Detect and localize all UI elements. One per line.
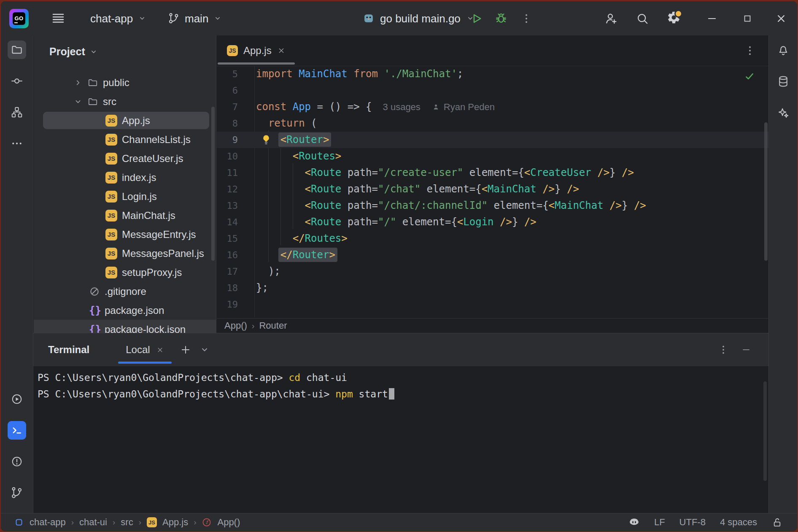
code-line-6[interactable]: 6 [217, 82, 770, 99]
editor-tab-bar: JS App.js [217, 35, 770, 66]
tree-item-MessageEntry.js[interactable]: JSMessageEntry.js [34, 225, 216, 244]
status-crumb-chat-app[interactable]: chat-app [30, 517, 66, 528]
code-line-9[interactable]: 9 <Router> [217, 132, 770, 148]
terminal-options-button[interactable] [718, 344, 729, 355]
new-terminal-button[interactable] [178, 342, 194, 358]
tree-item-Login.js[interactable]: JSLogin.js [34, 187, 216, 206]
status-widget-4 spaces[interactable]: 4 spaces [720, 517, 757, 528]
status-crumb-App()[interactable]: App() [217, 517, 240, 528]
lockopen-icon[interactable] [771, 517, 783, 528]
intention-bulb-icon[interactable] [260, 134, 272, 146]
editor-options-button[interactable] [741, 42, 758, 59]
breadcrumb-Router[interactable]: Router [259, 320, 287, 331]
terminal-tab-local[interactable]: Local [117, 333, 172, 366]
terminal-hide-button[interactable] [741, 344, 752, 355]
tool-button-notifications[interactable] [774, 41, 792, 59]
status-crumb-chat-ui[interactable]: chat-ui [79, 517, 107, 528]
code-line-16[interactable]: 16 </Router> [217, 247, 770, 263]
main-menu-button[interactable] [49, 9, 67, 28]
status-widget-LF[interactable]: LF [654, 517, 665, 528]
status-crumb-src[interactable]: src [121, 517, 133, 528]
code-line-13[interactable]: 13 <Route path="/chat/:channelId" elemen… [217, 197, 770, 214]
terminal-type-dropdown[interactable] [200, 345, 210, 355]
window-maximize-button[interactable] [738, 9, 757, 28]
tool-button-version-control[interactable] [8, 483, 26, 502]
project-panel-header[interactable]: Project [34, 35, 216, 58]
tree-item-label: MainChat.js [122, 210, 175, 221]
run-play-icon [470, 12, 483, 25]
run-button[interactable] [467, 9, 486, 28]
code-line-17[interactable]: 17 ); [217, 263, 770, 280]
terminal-cursor [389, 388, 394, 400]
code-line-12[interactable]: 12 <Route path="/chat" element={<MainCha… [217, 181, 770, 197]
usages-inlay[interactable]: 3 usages [383, 99, 421, 115]
chevron-down-icon[interactable] [73, 97, 83, 106]
editor-area[interactable]: JS App.js 5import MainChat from './MainC… [217, 35, 770, 333]
tree-item-src[interactable]: src [34, 92, 216, 111]
code-line-8[interactable]: 8 return ( [217, 115, 770, 132]
status-widget-UTF-8[interactable]: UTF-8 [679, 517, 706, 528]
search-everywhere-button[interactable] [633, 9, 652, 28]
tree-item-MessagesPanel.js[interactable]: JSMessagesPanel.js [34, 244, 216, 263]
tree-item-package.json[interactable]: {}package.json [34, 301, 216, 320]
debug-button[interactable] [492, 9, 510, 28]
tree-item-.gitignore[interactable]: .gitignore [34, 282, 216, 301]
tree-item-setupProxy.js[interactable]: JSsetupProxy.js [34, 263, 216, 282]
tree-item-App.js[interactable]: JSApp.js [34, 111, 216, 130]
window-minimize-button[interactable] [703, 9, 721, 28]
code-line-10[interactable]: 10 <Routes> [217, 148, 770, 165]
tree-item-ChannelsList.js[interactable]: JSChannelsList.js [34, 130, 216, 149]
tab-close-icon[interactable] [156, 346, 164, 354]
chevron-right-icon[interactable] [73, 78, 83, 87]
tool-button-more-tools[interactable] [8, 134, 26, 153]
code-line-11[interactable]: 11 <Route path="/create-user" element={<… [217, 165, 770, 181]
debug-bug-icon [494, 12, 508, 25]
tool-button-database[interactable] [774, 73, 792, 90]
editor-breadcrumbs[interactable]: App()›Router [217, 318, 770, 333]
author-inlay[interactable]: Ryan Peden [444, 99, 495, 115]
run-more-options-button[interactable] [517, 9, 536, 28]
terminal-output[interactable]: PS C:\Users\ryan0\GolandProjects\chat-ap… [33, 366, 768, 402]
tree-item-MainChat.js[interactable]: JSMainChat.js [34, 206, 216, 225]
tree-item-index.js[interactable]: JSindex.js [34, 168, 216, 187]
more-icon [11, 137, 23, 150]
tree-item-public[interactable]: public [34, 73, 216, 92]
settings-button[interactable] [664, 9, 683, 28]
run-configuration-widget[interactable]: go build main.go [363, 12, 474, 25]
status-crumb-App.js[interactable]: App.js [162, 517, 188, 528]
tool-button-services[interactable] [8, 390, 26, 408]
tool-button-ai-assistant[interactable] [774, 104, 792, 122]
editor-scrollbar[interactable] [764, 122, 768, 261]
tool-button-project[interactable] [8, 41, 26, 59]
window-close-button[interactable] [772, 9, 790, 28]
tab-app-js[interactable]: JS App.js [218, 35, 295, 65]
tree-item-package-lock.json[interactable]: {}package-lock.json [34, 320, 216, 333]
code-line-19[interactable]: 19 [217, 296, 770, 313]
code-line-15[interactable]: 15 </Routes> [217, 230, 770, 247]
line-content [238, 82, 256, 99]
code-editor[interactable]: 5import MainChat from './MainChat';67con… [217, 66, 770, 313]
code-line-5[interactable]: 5import MainChat from './MainChat'; [217, 66, 770, 82]
code-line-14[interactable]: 14 <Route path="/" element={<Login />} /… [217, 214, 770, 230]
tool-button-terminal[interactable] [8, 421, 26, 440]
breadcrumb-separator: › [113, 518, 115, 527]
vcs-branch-widget[interactable]: main [168, 12, 222, 25]
folder-icon [11, 43, 23, 56]
project-scrollbar[interactable] [211, 107, 215, 261]
tab-close-icon[interactable] [277, 46, 286, 55]
tool-button-commit[interactable] [8, 72, 26, 90]
copilot-icon[interactable] [628, 517, 640, 528]
code-line-7[interactable]: 7const App = () => {3 usagesRyan Peden [217, 99, 770, 115]
terminal-scrollbar[interactable] [763, 381, 767, 481]
code-with-me-button[interactable] [602, 9, 620, 28]
tool-button-structure[interactable] [8, 103, 26, 122]
title-bar: GO chat-app main go build main.go [1, 1, 797, 36]
tool-button-problems[interactable] [8, 452, 26, 471]
breadcrumb-App()[interactable]: App() [224, 320, 247, 331]
goland-logo-icon[interactable]: GO [9, 9, 29, 28]
tree-item-CreateUser.js[interactable]: JSCreateUser.js [34, 149, 216, 168]
breadcrumb-separator: › [71, 518, 74, 527]
code-line-18[interactable]: 18}; [217, 280, 770, 296]
status-breadcrumbs[interactable]: chat-app›chat-ui›src›JSApp.js›fApp() [14, 517, 240, 528]
project-widget[interactable]: chat-app [90, 12, 146, 25]
